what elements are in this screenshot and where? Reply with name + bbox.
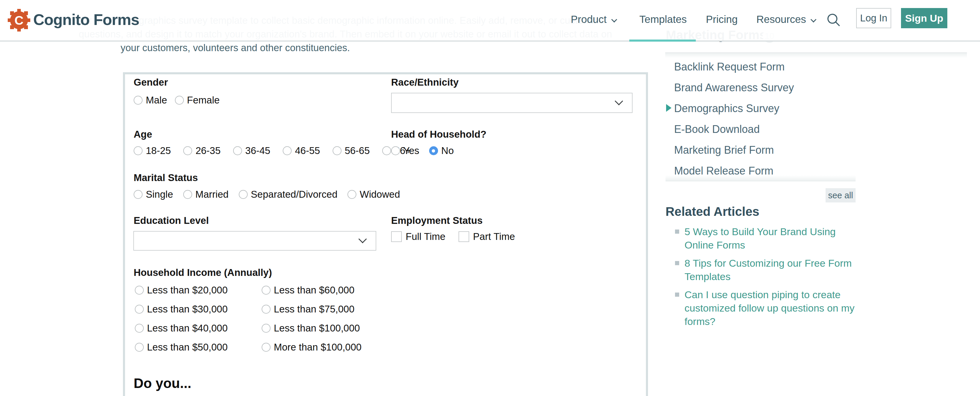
age-option-26-35[interactable]: 26-35 <box>183 145 220 156</box>
nav-label: Pricing <box>706 13 738 25</box>
income-option-less-40000[interactable]: Less than $40,000 <box>135 323 262 334</box>
age-option-46-55[interactable]: 46-55 <box>283 145 320 156</box>
chevron-down-icon <box>615 97 623 105</box>
head-of-household-options: Yes No <box>391 145 454 156</box>
radio-icon[interactable] <box>183 146 192 155</box>
radio-icon[interactable] <box>262 343 270 352</box>
radio-label: 26-35 <box>196 145 220 156</box>
chevron-down-icon <box>811 17 817 22</box>
income-option-less-50000[interactable]: Less than $50,000 <box>135 342 262 353</box>
age-option-56-65[interactable]: 56-65 <box>332 145 370 156</box>
radio-icon[interactable] <box>183 190 192 199</box>
nav-label: Resources <box>756 13 806 25</box>
radio-label: Male <box>146 94 167 106</box>
income-option-less-60000[interactable]: Less than $60,000 <box>262 284 361 296</box>
radio-icon[interactable] <box>134 96 143 105</box>
chevron-down-icon <box>611 17 617 22</box>
radio-icon[interactable] <box>262 286 270 295</box>
income-option-less-100000[interactable]: Less than $100,000 <box>262 323 361 334</box>
checkbox-icon[interactable] <box>391 231 402 242</box>
article-link[interactable]: Can I use question piping to create cust… <box>684 288 858 328</box>
radio-icon[interactable] <box>391 146 400 155</box>
radio-icon[interactable] <box>262 305 270 314</box>
radio-icon[interactable] <box>135 286 144 295</box>
employment-option-full-time[interactable]: Full Time <box>391 231 445 242</box>
search-icon[interactable] <box>826 13 840 27</box>
marital-status-options: Single Married Separated/Divorced Widowe… <box>134 189 400 200</box>
sidebar-item-backlink-request-form[interactable]: Backlink Request Form <box>674 61 784 73</box>
gender-option-male[interactable]: Male <box>134 94 167 106</box>
income-option-less-75000[interactable]: Less than $75,000 <box>262 303 361 315</box>
marital-option-separated-divorced[interactable]: Separated/Divorced <box>239 189 338 200</box>
logo-wordmark[interactable]: Cognito Forms <box>33 11 139 29</box>
bullet-icon <box>675 292 679 297</box>
nav-item-pricing[interactable]: Pricing <box>706 13 738 25</box>
list-item[interactable]: Can I use question piping to create cust… <box>675 288 865 328</box>
article-link[interactable]: 5 Ways to Build Your Brand Using Online … <box>684 225 858 252</box>
page-content: Use our free demographics survey templat… <box>0 0 980 396</box>
radio-icon[interactable] <box>135 343 144 352</box>
radio-icon[interactable] <box>134 146 143 155</box>
marital-option-widowed[interactable]: Widowed <box>347 189 400 200</box>
checkbox-icon[interactable] <box>458 231 469 242</box>
radio-icon[interactable] <box>239 190 248 199</box>
marital-option-married[interactable]: Married <box>183 189 229 200</box>
see-all-button[interactable]: see all <box>826 188 856 203</box>
employment-option-part-time[interactable]: Part Time <box>458 231 515 242</box>
checkbox-label: Full Time <box>406 231 445 242</box>
race-ethnicity-dropdown[interactable] <box>391 93 633 113</box>
sign-up-button[interactable]: Sign Up <box>901 8 947 28</box>
income-option-less-30000[interactable]: Less than $30,000 <box>135 303 262 315</box>
age-option-18-25[interactable]: 18-25 <box>134 145 171 156</box>
radio-icon[interactable] <box>175 96 184 105</box>
radio-label: Yes <box>403 145 419 156</box>
radio-label: Less than $100,000 <box>274 323 360 334</box>
sidebar-item-ebook-download[interactable]: E-Book Download <box>674 123 760 136</box>
radio-icon[interactable] <box>134 190 143 199</box>
radio-label: Female <box>187 94 220 106</box>
radio-label: Less than $20,000 <box>147 284 228 296</box>
log-in-button[interactable]: Log In <box>856 8 891 28</box>
head-of-household-label: Head of Household? <box>391 129 487 140</box>
marital-status-label: Marital Status <box>134 172 198 184</box>
radio-label: 46-55 <box>295 145 320 156</box>
radio-label: Less than $50,000 <box>147 342 228 353</box>
race-ethnicity-label: Race/Ethnicity <box>391 77 458 88</box>
cognito-gear-logo-icon[interactable]: C <box>8 9 30 32</box>
radio-icon[interactable] <box>233 146 242 155</box>
sidebar-item-brand-awareness-survey[interactable]: Brand Awareness Survey <box>674 81 794 94</box>
radio-icon[interactable] <box>135 305 144 314</box>
radio-label: No <box>441 145 454 156</box>
age-options: 18-25 26-35 36-45 46-55 56-65 66+ <box>134 145 411 156</box>
marital-option-single[interactable]: Single <box>134 189 173 200</box>
active-item-arrow-icon <box>666 104 671 112</box>
bullet-icon <box>675 261 679 265</box>
radio-label: More than $100,000 <box>274 342 361 353</box>
nav-item-resources[interactable]: Resources <box>756 13 814 25</box>
income-option-more-100000[interactable]: More than $100,000 <box>262 342 361 353</box>
age-option-36-45[interactable]: 36-45 <box>233 145 270 156</box>
list-item[interactable]: 5 Ways to Build Your Brand Using Online … <box>675 225 865 252</box>
gender-option-female[interactable]: Female <box>175 94 220 106</box>
list-item[interactable]: 8 Tips for Customizing our Free Form Tem… <box>675 257 865 283</box>
chevron-down-icon <box>358 235 367 243</box>
radio-icon[interactable] <box>332 146 342 155</box>
radio-icon[interactable] <box>283 146 292 155</box>
hoh-option-yes[interactable]: Yes <box>391 145 419 156</box>
radio-label: 56-65 <box>345 145 370 156</box>
sidebar-item-demographics-survey-active[interactable]: Demographics Survey <box>674 102 779 115</box>
radio-icon[interactable] <box>135 324 144 333</box>
nav-item-product[interactable]: Product <box>571 13 615 25</box>
article-link[interactable]: 8 Tips for Customizing our Free Form Tem… <box>684 257 858 283</box>
nav-item-templates-active[interactable]: Templates <box>640 13 687 25</box>
radio-icon[interactable] <box>262 324 270 333</box>
radio-icon-selected[interactable] <box>429 146 438 155</box>
site-header: C Cognito Forms Product Templates Pricin… <box>0 0 980 42</box>
sidebar-item-marketing-brief-form[interactable]: Marketing Brief Form <box>674 144 774 156</box>
form-preview-card: Gender Male Female Race/Ethnicity Age 18… <box>123 72 648 396</box>
income-option-less-20000[interactable]: Less than $20,000 <box>135 284 262 296</box>
radio-icon[interactable] <box>347 190 356 199</box>
education-level-dropdown[interactable] <box>133 231 376 251</box>
radio-icon[interactable] <box>382 146 391 155</box>
hoh-option-no-selected[interactable]: No <box>429 145 454 156</box>
